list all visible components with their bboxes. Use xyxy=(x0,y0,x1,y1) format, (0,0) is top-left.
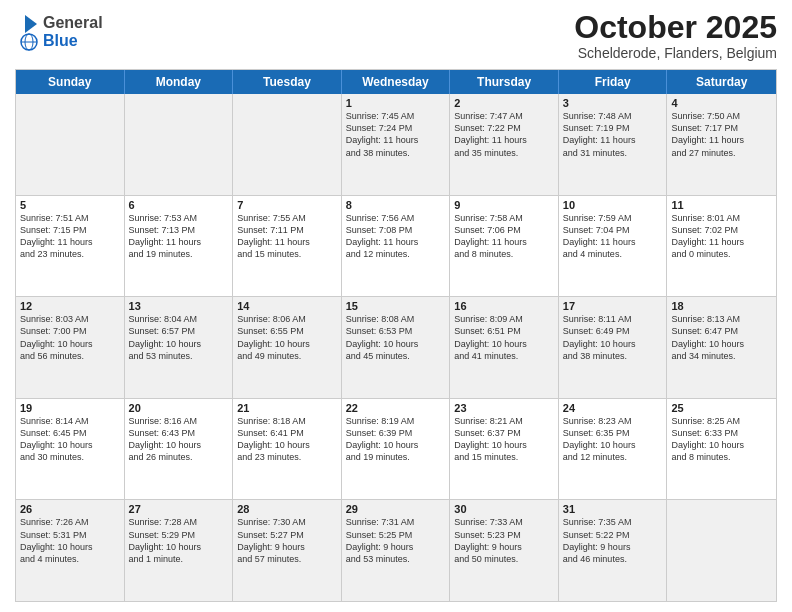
weekday-header-saturday: Saturday xyxy=(667,70,776,94)
cell-info: Sunrise: 7:45 AM Sunset: 7:24 PM Dayligh… xyxy=(346,110,446,159)
cell-info: Sunrise: 8:23 AM Sunset: 6:35 PM Dayligh… xyxy=(563,415,663,464)
day-number: 28 xyxy=(237,503,337,515)
header: GeneralBlue October 2025 Schelderode, Fl… xyxy=(15,10,777,61)
cell-info: Sunrise: 8:13 AM Sunset: 6:47 PM Dayligh… xyxy=(671,313,772,362)
day-number: 19 xyxy=(20,402,120,414)
day-cell-17: 17Sunrise: 8:11 AM Sunset: 6:49 PM Dayli… xyxy=(559,297,668,398)
day-number: 31 xyxy=(563,503,663,515)
day-number: 17 xyxy=(563,300,663,312)
cell-info: Sunrise: 8:04 AM Sunset: 6:57 PM Dayligh… xyxy=(129,313,229,362)
calendar-row-4: 26Sunrise: 7:26 AM Sunset: 5:31 PM Dayli… xyxy=(16,499,776,601)
day-number: 6 xyxy=(129,199,229,211)
cell-info: Sunrise: 7:50 AM Sunset: 7:17 PM Dayligh… xyxy=(671,110,772,159)
calendar: SundayMondayTuesdayWednesdayThursdayFrid… xyxy=(15,69,777,602)
day-number: 14 xyxy=(237,300,337,312)
day-cell-28: 28Sunrise: 7:30 AM Sunset: 5:27 PM Dayli… xyxy=(233,500,342,601)
day-cell-12: 12Sunrise: 8:03 AM Sunset: 7:00 PM Dayli… xyxy=(16,297,125,398)
day-number: 9 xyxy=(454,199,554,211)
day-cell-20: 20Sunrise: 8:16 AM Sunset: 6:43 PM Dayli… xyxy=(125,399,234,500)
day-cell-29: 29Sunrise: 7:31 AM Sunset: 5:25 PM Dayli… xyxy=(342,500,451,601)
weekday-header-tuesday: Tuesday xyxy=(233,70,342,94)
cell-info: Sunrise: 8:03 AM Sunset: 7:00 PM Dayligh… xyxy=(20,313,120,362)
day-cell-4: 4Sunrise: 7:50 AM Sunset: 7:17 PM Daylig… xyxy=(667,94,776,195)
weekday-header-monday: Monday xyxy=(125,70,234,94)
day-number: 22 xyxy=(346,402,446,414)
cell-info: Sunrise: 7:59 AM Sunset: 7:04 PM Dayligh… xyxy=(563,212,663,261)
day-cell-26: 26Sunrise: 7:26 AM Sunset: 5:31 PM Dayli… xyxy=(16,500,125,601)
day-number: 21 xyxy=(237,402,337,414)
logo: GeneralBlue xyxy=(15,10,105,54)
cell-info: Sunrise: 7:55 AM Sunset: 7:11 PM Dayligh… xyxy=(237,212,337,261)
day-number: 4 xyxy=(671,97,772,109)
day-cell-16: 16Sunrise: 8:09 AM Sunset: 6:51 PM Dayli… xyxy=(450,297,559,398)
day-number: 7 xyxy=(237,199,337,211)
cell-info: Sunrise: 7:53 AM Sunset: 7:13 PM Dayligh… xyxy=(129,212,229,261)
day-cell-6: 6Sunrise: 7:53 AM Sunset: 7:13 PM Daylig… xyxy=(125,196,234,297)
day-number: 8 xyxy=(346,199,446,211)
day-cell-11: 11Sunrise: 8:01 AM Sunset: 7:02 PM Dayli… xyxy=(667,196,776,297)
cell-info: Sunrise: 7:51 AM Sunset: 7:15 PM Dayligh… xyxy=(20,212,120,261)
day-cell-13: 13Sunrise: 8:04 AM Sunset: 6:57 PM Dayli… xyxy=(125,297,234,398)
day-number: 23 xyxy=(454,402,554,414)
cell-info: Sunrise: 7:56 AM Sunset: 7:08 PM Dayligh… xyxy=(346,212,446,261)
weekday-header-sunday: Sunday xyxy=(16,70,125,94)
calendar-body: 1Sunrise: 7:45 AM Sunset: 7:24 PM Daylig… xyxy=(16,94,776,601)
day-cell-8: 8Sunrise: 7:56 AM Sunset: 7:08 PM Daylig… xyxy=(342,196,451,297)
day-cell-15: 15Sunrise: 8:08 AM Sunset: 6:53 PM Dayli… xyxy=(342,297,451,398)
day-cell-5: 5Sunrise: 7:51 AM Sunset: 7:15 PM Daylig… xyxy=(16,196,125,297)
day-number: 10 xyxy=(563,199,663,211)
day-number: 16 xyxy=(454,300,554,312)
day-number: 2 xyxy=(454,97,554,109)
calendar-row-0: 1Sunrise: 7:45 AM Sunset: 7:24 PM Daylig… xyxy=(16,94,776,195)
day-number: 15 xyxy=(346,300,446,312)
day-number: 12 xyxy=(20,300,120,312)
weekday-header-friday: Friday xyxy=(559,70,668,94)
day-number: 26 xyxy=(20,503,120,515)
day-number: 20 xyxy=(129,402,229,414)
calendar-header: SundayMondayTuesdayWednesdayThursdayFrid… xyxy=(16,70,776,94)
svg-text:General: General xyxy=(43,14,103,31)
day-cell-18: 18Sunrise: 8:13 AM Sunset: 6:47 PM Dayli… xyxy=(667,297,776,398)
calendar-row-3: 19Sunrise: 8:14 AM Sunset: 6:45 PM Dayli… xyxy=(16,398,776,500)
cell-info: Sunrise: 8:19 AM Sunset: 6:39 PM Dayligh… xyxy=(346,415,446,464)
cell-info: Sunrise: 8:18 AM Sunset: 6:41 PM Dayligh… xyxy=(237,415,337,464)
day-cell-30: 30Sunrise: 7:33 AM Sunset: 5:23 PM Dayli… xyxy=(450,500,559,601)
day-cell-22: 22Sunrise: 8:19 AM Sunset: 6:39 PM Dayli… xyxy=(342,399,451,500)
day-cell-27: 27Sunrise: 7:28 AM Sunset: 5:29 PM Dayli… xyxy=(125,500,234,601)
day-cell-2: 2Sunrise: 7:47 AM Sunset: 7:22 PM Daylig… xyxy=(450,94,559,195)
day-number: 29 xyxy=(346,503,446,515)
cell-info: Sunrise: 8:01 AM Sunset: 7:02 PM Dayligh… xyxy=(671,212,772,261)
cell-info: Sunrise: 8:06 AM Sunset: 6:55 PM Dayligh… xyxy=(237,313,337,362)
title-block: October 2025 Schelderode, Flanders, Belg… xyxy=(574,10,777,61)
day-cell-14: 14Sunrise: 8:06 AM Sunset: 6:55 PM Dayli… xyxy=(233,297,342,398)
calendar-row-1: 5Sunrise: 7:51 AM Sunset: 7:15 PM Daylig… xyxy=(16,195,776,297)
day-number: 25 xyxy=(671,402,772,414)
day-number: 3 xyxy=(563,97,663,109)
cell-info: Sunrise: 7:47 AM Sunset: 7:22 PM Dayligh… xyxy=(454,110,554,159)
day-number: 24 xyxy=(563,402,663,414)
day-number: 27 xyxy=(129,503,229,515)
day-number: 11 xyxy=(671,199,772,211)
day-cell-24: 24Sunrise: 8:23 AM Sunset: 6:35 PM Dayli… xyxy=(559,399,668,500)
day-cell-9: 9Sunrise: 7:58 AM Sunset: 7:06 PM Daylig… xyxy=(450,196,559,297)
empty-cell-r4c6 xyxy=(667,500,776,601)
day-number: 1 xyxy=(346,97,446,109)
weekday-header-wednesday: Wednesday xyxy=(342,70,451,94)
cell-info: Sunrise: 8:25 AM Sunset: 6:33 PM Dayligh… xyxy=(671,415,772,464)
day-number: 18 xyxy=(671,300,772,312)
cell-info: Sunrise: 8:11 AM Sunset: 6:49 PM Dayligh… xyxy=(563,313,663,362)
cell-info: Sunrise: 8:09 AM Sunset: 6:51 PM Dayligh… xyxy=(454,313,554,362)
day-cell-3: 3Sunrise: 7:48 AM Sunset: 7:19 PM Daylig… xyxy=(559,94,668,195)
day-cell-7: 7Sunrise: 7:55 AM Sunset: 7:11 PM Daylig… xyxy=(233,196,342,297)
day-cell-25: 25Sunrise: 8:25 AM Sunset: 6:33 PM Dayli… xyxy=(667,399,776,500)
cell-info: Sunrise: 8:21 AM Sunset: 6:37 PM Dayligh… xyxy=(454,415,554,464)
weekday-header-thursday: Thursday xyxy=(450,70,559,94)
empty-cell-r0c1 xyxy=(125,94,234,195)
day-cell-1: 1Sunrise: 7:45 AM Sunset: 7:24 PM Daylig… xyxy=(342,94,451,195)
day-cell-23: 23Sunrise: 8:21 AM Sunset: 6:37 PM Dayli… xyxy=(450,399,559,500)
day-cell-19: 19Sunrise: 8:14 AM Sunset: 6:45 PM Dayli… xyxy=(16,399,125,500)
cell-info: Sunrise: 7:35 AM Sunset: 5:22 PM Dayligh… xyxy=(563,516,663,565)
page: GeneralBlue October 2025 Schelderode, Fl… xyxy=(0,0,792,612)
day-number: 5 xyxy=(20,199,120,211)
day-cell-10: 10Sunrise: 7:59 AM Sunset: 7:04 PM Dayli… xyxy=(559,196,668,297)
